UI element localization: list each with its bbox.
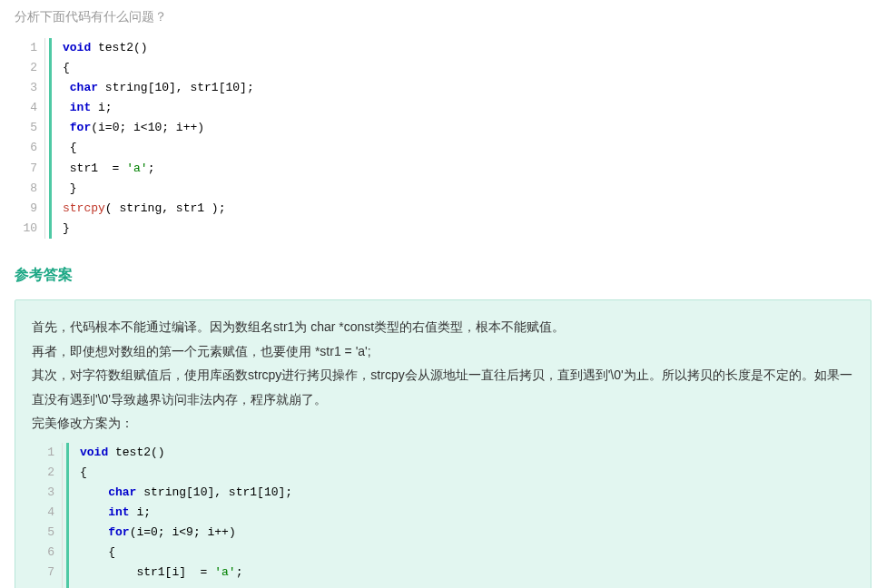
code-lines-1: void test2(){ char string[10], str1[10];…: [49, 38, 254, 239]
answer-paragraph: 其次，对字符数组赋值后，使用库函数strcpy进行拷贝操作，strcpy会从源地…: [32, 363, 854, 411]
gutter-2: 1234567891011: [32, 443, 63, 588]
answer-paragraph: 完美修改方案为：: [32, 411, 854, 436]
code-block-2: 1234567891011 void test2(){ char string[…: [32, 443, 854, 588]
answer-title: 参考答案: [15, 266, 871, 285]
answer-paragraph: 首先，代码根本不能通过编译。因为数组名str1为 char *const类型的右…: [32, 315, 854, 339]
gutter-1: 12345678910: [15, 38, 45, 239]
answer-text: 首先，代码根本不能通过编译。因为数组名str1为 char *const类型的右…: [32, 315, 854, 436]
question-text: 分析下面代码有什么问题？: [15, 9, 871, 25]
code-lines-2: void test2(){ char string[10], str1[10];…: [66, 443, 292, 588]
answer-box: 首先，代码根本不能通过编译。因为数组名str1为 char *const类型的右…: [15, 299, 871, 588]
code-block-1: 12345678910 void test2(){ char string[10…: [15, 38, 871, 239]
answer-paragraph: 再者，即使想对数组的第一个元素赋值，也要使用 *str1 = 'a';: [32, 339, 854, 364]
